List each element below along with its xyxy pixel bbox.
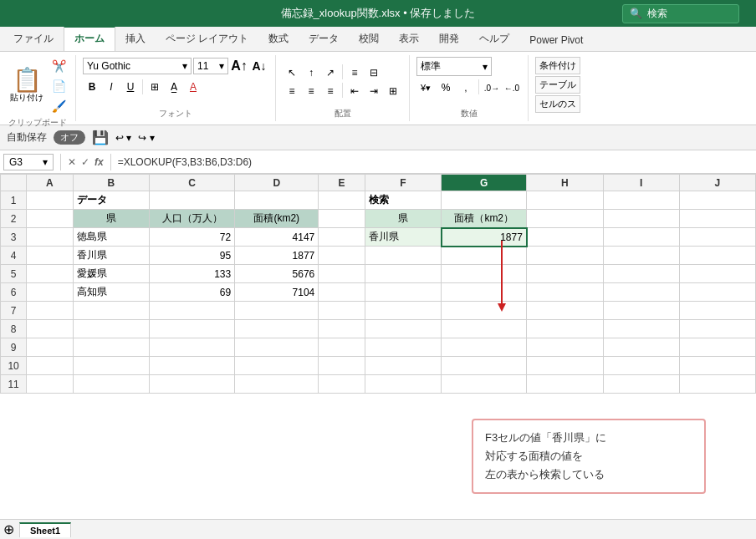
tab-file[interactable]: ファイル <box>3 28 64 51</box>
cell-styles-button[interactable]: セルのス <box>535 95 580 113</box>
cell-C4[interactable]: 95 <box>149 247 234 265</box>
cell-C2[interactable]: 人口（万人） <box>149 210 234 228</box>
cell-C6[interactable]: 69 <box>149 283 234 302</box>
indent-less-button[interactable]: ⇤ <box>345 83 364 99</box>
cell-I4[interactable] <box>603 247 679 265</box>
cell-A4[interactable] <box>27 247 74 265</box>
conditional-formatting-button[interactable]: 条件付け <box>535 57 580 74</box>
tab-insert[interactable]: 挿入 <box>115 28 156 51</box>
formula-cancel-icon[interactable]: ✕ <box>68 156 76 168</box>
cell-I6[interactable] <box>603 283 679 302</box>
cell-F3[interactable]: 香川県 <box>365 228 441 247</box>
number-format-dropdown[interactable]: 標準 ▾ <box>416 57 492 76</box>
bold-button[interactable]: B <box>83 79 101 95</box>
paste-button[interactable]: 📋 貼り付け <box>7 67 47 105</box>
cell-D6[interactable]: 7104 <box>235 283 319 302</box>
tab-view[interactable]: 表示 <box>389 28 429 51</box>
col-header-B[interactable]: B <box>73 175 149 191</box>
decimal-increase-button[interactable]: .0→ <box>483 79 501 96</box>
comma-button[interactable]: , <box>457 79 475 96</box>
italic-button[interactable]: I <box>102 79 120 95</box>
cell-H6[interactable] <box>527 283 603 302</box>
font-color-button[interactable]: A <box>184 79 202 95</box>
cell-B5[interactable]: 愛媛県 <box>73 265 149 283</box>
cell-G5[interactable] <box>442 265 527 283</box>
align-right-button[interactable]: ≡ <box>321 83 340 99</box>
font-size-dropdown[interactable]: 11 ▾ <box>193 58 228 74</box>
align-left-button[interactable]: ≡ <box>283 83 301 99</box>
cell-C1[interactable] <box>149 191 234 210</box>
underline-button[interactable]: U <box>121 79 140 95</box>
cell-H1[interactable] <box>527 191 603 210</box>
cell-A3[interactable] <box>27 228 74 247</box>
col-header-E[interactable]: E <box>319 175 365 191</box>
cell-D3[interactable]: 4147 <box>235 228 319 247</box>
merge-center-button[interactable]: ⊞ <box>384 83 402 99</box>
tab-help[interactable]: ヘルプ <box>469 28 519 51</box>
col-header-F[interactable]: F <box>365 175 441 191</box>
font-name-dropdown[interactable]: Yu Gothic ▾ <box>83 58 192 74</box>
cell-F6[interactable] <box>365 283 441 302</box>
cell-E2[interactable] <box>319 210 365 228</box>
cell-J3[interactable] <box>679 228 755 247</box>
tab-review[interactable]: 校閲 <box>349 28 389 51</box>
cell-B3[interactable]: 徳島県 <box>73 228 149 247</box>
sheet-tab-1[interactable]: Sheet1 <box>19 522 71 537</box>
align-top-center-button[interactable]: ↑ <box>302 64 320 81</box>
cell-B1[interactable]: データ <box>73 191 149 210</box>
tab-page-layout[interactable]: ページ レイアウト <box>156 28 258 51</box>
cell-I2[interactable] <box>603 210 679 228</box>
fill-color-button[interactable]: A̲ <box>165 79 183 95</box>
decimal-decrease-button[interactable]: ←.0 <box>503 79 521 96</box>
cell-B6[interactable]: 高知県 <box>73 283 149 302</box>
tab-formulas[interactable]: 数式 <box>258 28 299 51</box>
cell-A7[interactable] <box>27 302 74 320</box>
wrap-text-button[interactable]: ≡ <box>345 64 364 81</box>
cell-F4[interactable] <box>365 247 441 265</box>
cell-A6[interactable] <box>27 283 74 302</box>
formula-input[interactable]: =XLOOKUP(F3,B3:B6,D3:D6) <box>118 156 753 168</box>
cell-D5[interactable]: 5676 <box>235 265 319 283</box>
cell-A2[interactable] <box>27 210 74 228</box>
cell-I1[interactable] <box>603 191 679 210</box>
percent-button[interactable]: % <box>437 79 455 96</box>
currency-button[interactable]: ¥▾ <box>416 79 435 96</box>
font-decrease-button[interactable]: A↓ <box>250 57 268 75</box>
formula-confirm-icon[interactable]: ✓ <box>81 156 89 168</box>
cell-I5[interactable] <box>603 265 679 283</box>
col-header-J[interactable]: J <box>679 175 755 191</box>
cell-F2[interactable]: 県 <box>365 210 441 228</box>
cell-A5[interactable] <box>27 265 74 283</box>
redo-button[interactable]: ↪ ▾ <box>138 132 154 144</box>
cell-H2[interactable] <box>527 210 603 228</box>
cell-H5[interactable] <box>527 265 603 283</box>
indent-more-button[interactable]: ⇥ <box>365 83 383 99</box>
align-top-right-button[interactable]: ↗ <box>321 64 340 81</box>
cell-E6[interactable] <box>319 283 365 302</box>
col-header-G[interactable]: G <box>442 175 527 191</box>
cell-H3[interactable] <box>527 228 603 247</box>
cell-C5[interactable]: 133 <box>149 265 234 283</box>
cell-C3[interactable]: 72 <box>149 228 234 247</box>
cell-E1[interactable] <box>319 191 365 210</box>
tab-power-pivot[interactable]: Power Pivot <box>519 30 593 51</box>
col-header-H[interactable]: H <box>527 175 603 191</box>
formula-fx-icon[interactable]: fx <box>94 156 104 168</box>
cell-G6[interactable] <box>442 283 527 302</box>
cell-E5[interactable] <box>319 265 365 283</box>
tab-dev[interactable]: 開発 <box>429 28 469 51</box>
cell-J4[interactable] <box>679 247 755 265</box>
search-box[interactable]: 🔍 検索 <box>622 4 739 23</box>
save-button[interactable]: 💾 <box>92 130 109 145</box>
cell-A1[interactable] <box>27 191 74 210</box>
cell-F1[interactable]: 検索 <box>365 191 441 210</box>
col-header-C[interactable]: C <box>149 175 234 191</box>
undo-button[interactable]: ↩ ▾ <box>115 132 131 144</box>
cell-G2[interactable]: 面積（km2） <box>442 210 527 228</box>
cell-J1[interactable] <box>679 191 755 210</box>
cell-H4[interactable] <box>527 247 603 265</box>
cell-reference-box[interactable]: G3 ▾ <box>3 154 54 170</box>
cell-F5[interactable] <box>365 265 441 283</box>
cell-I3[interactable] <box>603 228 679 247</box>
cell-E3[interactable] <box>319 228 365 247</box>
